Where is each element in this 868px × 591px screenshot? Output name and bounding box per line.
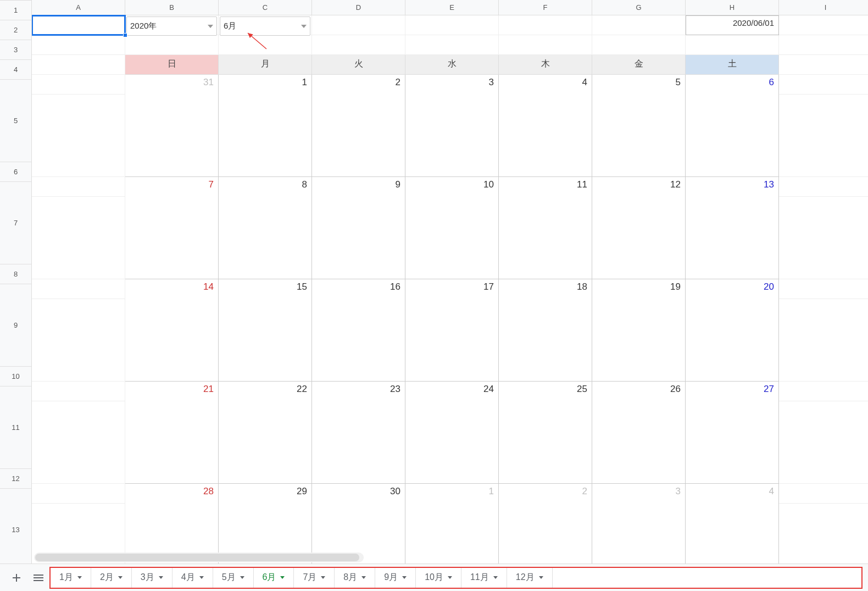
row-header-13[interactable]: 13	[0, 489, 32, 571]
calendar-day-number[interactable]: 5	[592, 75, 686, 95]
empty-cell[interactable]	[779, 95, 868, 177]
sheet-tab-7月[interactable]: 7月	[294, 568, 335, 588]
empty-cell[interactable]	[592, 15, 686, 35]
empty-cell[interactable]	[32, 382, 125, 401]
calendar-day-number[interactable]: 15	[219, 279, 312, 299]
chevron-down-icon[interactable]	[280, 576, 285, 579]
empty-cell[interactable]	[499, 15, 592, 35]
chevron-down-icon[interactable]	[118, 576, 123, 579]
calendar-day-number[interactable]: 4	[686, 484, 779, 504]
col-header-C[interactable]: C	[219, 0, 312, 15]
empty-cell[interactable]	[592, 35, 686, 55]
sheet-tab-1月[interactable]: 1月	[51, 568, 91, 588]
empty-cell[interactable]	[686, 35, 779, 55]
empty-cell[interactable]	[405, 15, 499, 35]
calendar-day-number[interactable]: 30	[312, 484, 405, 504]
empty-cell[interactable]	[779, 504, 868, 564]
sheet-tab-11月[interactable]: 11月	[461, 568, 507, 588]
empty-cell[interactable]	[779, 15, 868, 35]
calendar-day-body[interactable]	[686, 401, 779, 484]
empty-cell[interactable]	[32, 55, 125, 75]
calendar-day-body[interactable]	[499, 299, 592, 382]
row-header-1[interactable]: 1	[0, 1, 32, 20]
empty-cell[interactable]	[779, 197, 868, 279]
row-header-9[interactable]: 9	[0, 284, 32, 367]
calendar-day-body[interactable]	[312, 401, 405, 484]
calendar-day-number[interactable]: 4	[499, 75, 592, 95]
calendar-day-number[interactable]: 29	[219, 484, 312, 504]
month-dropdown[interactable]: 6月	[220, 16, 310, 36]
calendar-day-body[interactable]	[499, 197, 592, 279]
chevron-down-icon[interactable]	[199, 576, 204, 579]
calendar-day-number[interactable]: 14	[125, 279, 219, 299]
month-dropdown-cell[interactable]: 6月	[219, 15, 312, 35]
calendar-day-body[interactable]	[592, 401, 686, 484]
calendar-day-number[interactable]: 25	[499, 382, 592, 401]
calendar-day-number[interactable]: 28	[125, 484, 219, 504]
sheet-tab-9月[interactable]: 9月	[375, 568, 416, 588]
chevron-down-icon[interactable]	[448, 576, 452, 579]
calendar-day-body[interactable]	[592, 197, 686, 279]
calendar-day-number[interactable]: 24	[405, 382, 499, 401]
chevron-down-icon[interactable]	[493, 576, 498, 579]
row-header-11[interactable]: 11	[0, 386, 32, 469]
chevron-down-icon[interactable]	[159, 576, 163, 579]
empty-cell[interactable]	[779, 484, 868, 504]
year-dropdown[interactable]: 2020年	[126, 16, 217, 36]
chevron-down-icon[interactable]	[240, 576, 244, 579]
calendar-day-body[interactable]	[125, 401, 219, 484]
empty-cell[interactable]	[779, 279, 868, 299]
calendar-day-body[interactable]	[686, 95, 779, 177]
row-header-4[interactable]: 4	[0, 60, 32, 80]
calendar-day-body[interactable]	[125, 95, 219, 177]
row-header-6[interactable]: 6	[0, 162, 32, 182]
calendar-day-number[interactable]: 10	[405, 177, 499, 197]
col-header-B[interactable]: B	[125, 0, 219, 15]
year-dropdown-cell[interactable]: 2020年	[125, 15, 219, 35]
col-header-H[interactable]: H	[686, 0, 779, 15]
scroll-thumb[interactable]	[35, 554, 359, 561]
calendar-day-body[interactable]	[686, 504, 779, 564]
calendar-day-number[interactable]: 2	[499, 484, 592, 504]
row-header-10[interactable]: 10	[0, 367, 32, 386]
calendar-day-number[interactable]: 22	[219, 382, 312, 401]
calendar-day-number[interactable]: 9	[312, 177, 405, 197]
calendar-day-number[interactable]: 19	[592, 279, 686, 299]
calendar-day-body[interactable]	[405, 504, 499, 564]
row-header-7[interactable]: 7	[0, 182, 32, 264]
empty-cell[interactable]	[32, 35, 125, 55]
calendar-day-number[interactable]: 3	[592, 484, 686, 504]
empty-cell[interactable]	[779, 382, 868, 401]
calendar-day-body[interactable]	[405, 197, 499, 279]
calendar-day-number[interactable]: 31	[125, 75, 219, 95]
chevron-down-icon[interactable]	[321, 576, 325, 579]
calendar-day-body[interactable]	[499, 95, 592, 177]
calendar-day-number[interactable]: 20	[686, 279, 779, 299]
row-header-2[interactable]: 2	[0, 20, 32, 40]
calendar-day-body[interactable]	[312, 197, 405, 279]
empty-cell[interactable]	[779, 75, 868, 95]
empty-cell[interactable]	[32, 197, 125, 279]
col-header-F[interactable]: F	[499, 0, 592, 15]
sheet-tab-8月[interactable]: 8月	[335, 568, 375, 588]
add-sheet-button[interactable]	[5, 567, 27, 589]
empty-cell[interactable]	[405, 35, 499, 55]
empty-cell[interactable]	[779, 401, 868, 484]
calendar-day-number[interactable]: 1	[219, 75, 312, 95]
calendar-day-number[interactable]: 21	[125, 382, 219, 401]
row-header-5[interactable]: 5	[0, 80, 32, 162]
date-cell[interactable]: 2020/06/01	[686, 15, 779, 35]
calendar-day-body[interactable]	[499, 401, 592, 484]
empty-cell[interactable]	[32, 177, 125, 197]
calendar-day-body[interactable]	[219, 197, 312, 279]
calendar-day-body[interactable]	[686, 197, 779, 279]
calendar-day-body[interactable]	[312, 95, 405, 177]
empty-cell[interactable]	[125, 35, 219, 55]
calendar-day-body[interactable]	[405, 401, 499, 484]
calendar-day-number[interactable]: 23	[312, 382, 405, 401]
calendar-day-number[interactable]: 8	[219, 177, 312, 197]
horizontal-scrollbar[interactable]	[34, 553, 364, 562]
sheet-tab-2月[interactable]: 2月	[91, 568, 132, 588]
col-header-D[interactable]: D	[312, 0, 405, 15]
col-header-A[interactable]: A	[32, 0, 125, 15]
